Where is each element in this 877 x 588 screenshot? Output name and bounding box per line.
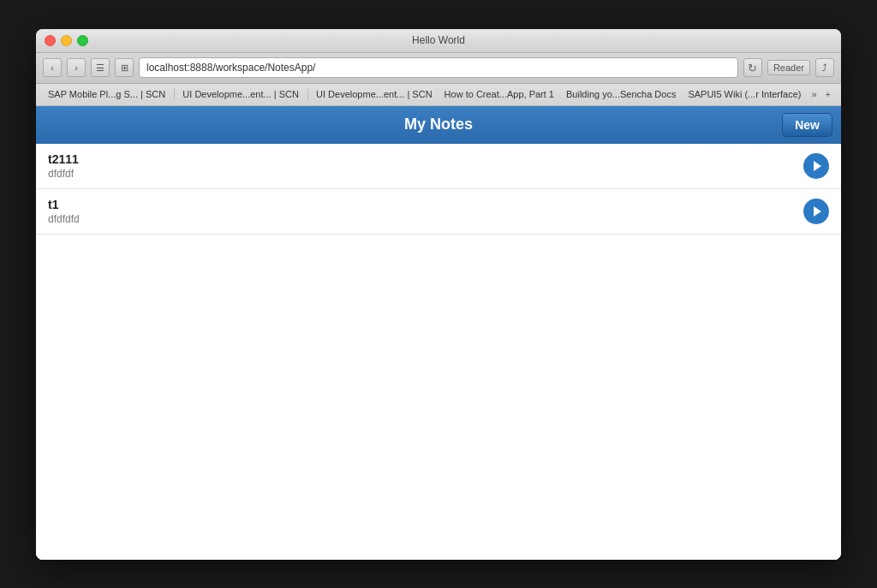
bookmarks-bar: SAP Mobile Pl...g S... | SCN UI Developm… — [36, 84, 841, 106]
app-header: My Notes New — [36, 106, 841, 144]
notes-list: t2111 dfdfdf t1 dfdfdfd — [36, 144, 841, 560]
note-title-1: t1 — [48, 198, 795, 211]
grid-icon[interactable]: ⊞ — [115, 58, 134, 77]
bookmark-item[interactable]: UI Developme...ent... | SCN — [177, 87, 304, 101]
close-button[interactable] — [45, 35, 56, 46]
share-button[interactable]: ⤴ — [815, 58, 834, 77]
browser-window: Hello World ‹ › ☰ ⊞ ↻ Reader ⤴ SAP Mobil… — [36, 29, 841, 560]
bookmark-item[interactable]: SAPUI5 Wiki (...r Interface) — [683, 87, 806, 101]
note-text-1: t1 dfdfdfd — [48, 198, 795, 225]
note-preview-0: dfdfdf — [48, 168, 795, 180]
address-bar-row: ‹ › ☰ ⊞ ↻ Reader ⤴ — [36, 53, 841, 84]
note-item-0[interactable]: t2111 dfdfdf — [36, 144, 841, 189]
bookmarks-icon[interactable]: ☰ — [91, 58, 110, 77]
bookmark-item[interactable]: SAP Mobile Pl...g S... | SCN — [43, 87, 170, 101]
bookmark-item[interactable]: UI Developme...ent... | SCN — [311, 87, 438, 101]
bookmark-item[interactable]: Building yo...Sencha Docs — [561, 87, 681, 101]
maximize-button[interactable] — [77, 35, 88, 46]
new-button[interactable]: New — [782, 113, 832, 137]
refresh-button[interactable]: ↻ — [743, 58, 762, 77]
address-input[interactable] — [139, 57, 738, 78]
title-bar: Hello World — [36, 29, 841, 53]
title-bar-buttons — [45, 35, 88, 46]
back-button[interactable]: ‹ — [43, 58, 62, 77]
note-text-0: t2111 dfdfdf — [48, 152, 795, 180]
add-bookmark-button[interactable]: + — [822, 87, 834, 101]
bookmarks-more-button[interactable]: » — [808, 87, 820, 101]
note-item-1[interactable]: t1 dfdfdfd — [36, 189, 841, 235]
note-title-0: t2111 — [48, 152, 795, 166]
window-title: Hello World — [412, 34, 465, 46]
reader-button[interactable]: Reader — [767, 60, 810, 75]
bookmark-item[interactable]: How to Creat...App, Part 1 — [439, 87, 559, 101]
app-title: My Notes — [404, 116, 473, 134]
forward-button[interactable]: › — [67, 58, 86, 77]
app-content: My Notes New t2111 dfdfdf t1 dfdfdfd — [36, 106, 841, 560]
note-arrow-icon-1[interactable] — [803, 199, 829, 224]
note-arrow-icon-0[interactable] — [803, 153, 829, 179]
minimize-button[interactable] — [61, 35, 72, 46]
note-preview-1: dfdfdfd — [48, 213, 795, 225]
